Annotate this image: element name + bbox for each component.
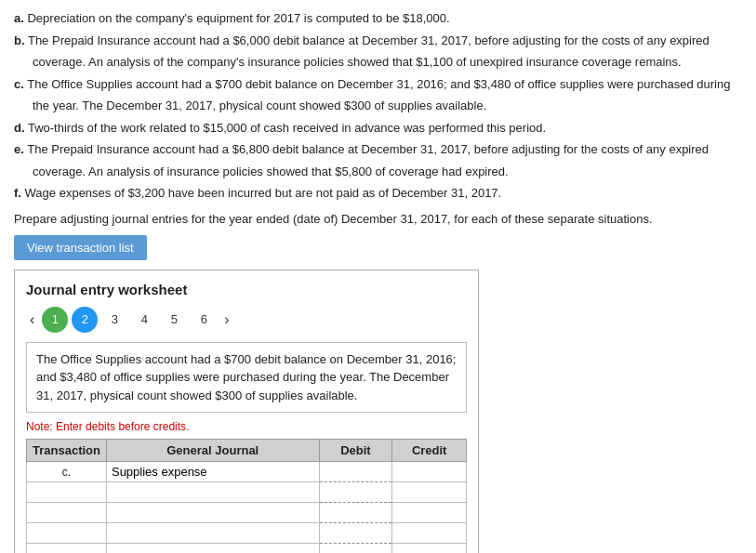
transaction-cell bbox=[27, 544, 107, 554]
tab-prev-arrow[interactable]: ‹ bbox=[26, 309, 38, 330]
problem-f-text: Wage expenses of $3,200 have been incurr… bbox=[25, 186, 502, 200]
journal-input[interactable] bbox=[112, 546, 314, 553]
table-row bbox=[27, 482, 467, 503]
credit-input[interactable] bbox=[397, 465, 461, 479]
journal-cell[interactable] bbox=[106, 462, 319, 482]
worksheet-title: Journal entry worksheet bbox=[26, 282, 467, 297]
debit-input[interactable] bbox=[325, 485, 388, 499]
description-text: The Office Supplies account had a $700 d… bbox=[36, 352, 456, 402]
problem-d-label: d. bbox=[14, 121, 25, 135]
note-text: Note: Enter debits before credits. bbox=[26, 420, 467, 433]
transaction-cell bbox=[27, 523, 107, 544]
table-row bbox=[27, 523, 467, 544]
problem-a-label: a. bbox=[14, 11, 24, 25]
tab-1[interactable]: 1 bbox=[42, 307, 68, 333]
problem-e-text: The Prepaid Insurance account had a $6,8… bbox=[27, 142, 709, 156]
credit-cell[interactable] bbox=[392, 544, 467, 554]
transaction-cell: c. bbox=[27, 462, 107, 482]
problem-c-text: The Office Supplies account had a $700 d… bbox=[27, 77, 730, 91]
credit-cell[interactable] bbox=[392, 503, 467, 523]
debit-cell[interactable] bbox=[319, 523, 392, 544]
journal-input[interactable] bbox=[112, 506, 314, 520]
problem-d-text: Two-thirds of the work related to $15,00… bbox=[28, 121, 546, 135]
tab-next-arrow[interactable]: › bbox=[220, 309, 232, 330]
debit-input[interactable] bbox=[325, 526, 388, 540]
prepare-text: Prepare adjusting journal entries for th… bbox=[14, 212, 742, 226]
credit-cell[interactable] bbox=[392, 462, 467, 482]
tab-2[interactable]: 2 bbox=[72, 307, 98, 333]
tab-navigation: ‹ 1 2 3 4 5 6 › bbox=[26, 307, 467, 333]
problem-e-label: e. bbox=[14, 142, 24, 156]
credit-input[interactable] bbox=[397, 526, 461, 540]
worksheet-description: The Office Supplies account had a $700 d… bbox=[26, 342, 467, 414]
debit-cell[interactable] bbox=[319, 482, 392, 503]
debit-input[interactable] bbox=[325, 506, 388, 520]
problem-f-label: f. bbox=[14, 186, 21, 200]
debit-input[interactable] bbox=[325, 546, 388, 553]
problem-b-text: The Prepaid Insurance account had a $6,0… bbox=[28, 33, 710, 47]
journal-input[interactable] bbox=[112, 465, 314, 479]
problem-list: a. Depreciation on the company's equipme… bbox=[14, 9, 742, 203]
credit-cell[interactable] bbox=[392, 523, 467, 544]
transaction-cell bbox=[27, 503, 107, 523]
tab-4[interactable]: 4 bbox=[131, 307, 157, 333]
col-header-credit: Credit bbox=[392, 440, 467, 462]
journal-input[interactable] bbox=[112, 526, 314, 540]
debit-input[interactable] bbox=[325, 465, 388, 479]
journal-input[interactable] bbox=[112, 485, 314, 499]
col-header-general-journal: General Journal bbox=[106, 440, 319, 462]
table-row: c. bbox=[27, 462, 467, 482]
problem-b-text2: coverage. An analysis of the company's i… bbox=[33, 55, 682, 69]
tab-3[interactable]: 3 bbox=[101, 307, 127, 333]
problem-a-text: Depreciation on the company's equipment … bbox=[27, 11, 449, 25]
problem-b-label: b. bbox=[14, 33, 25, 47]
table-row bbox=[27, 503, 467, 523]
table-row bbox=[27, 544, 467, 554]
journal-cell[interactable] bbox=[106, 544, 319, 554]
col-header-transaction: Transaction bbox=[27, 440, 107, 462]
tab-5[interactable]: 5 bbox=[161, 307, 187, 333]
problem-e-text2: coverage. An analysis of insurance polic… bbox=[33, 165, 509, 178]
problem-c-text2: the year. The December 31, 2017, physica… bbox=[33, 99, 486, 112]
journal-cell[interactable] bbox=[106, 523, 319, 544]
journal-entry-worksheet: Journal entry worksheet ‹ 1 2 3 4 5 6 › … bbox=[14, 270, 479, 554]
journal-cell[interactable] bbox=[106, 503, 319, 523]
journal-cell[interactable] bbox=[106, 482, 319, 503]
credit-input[interactable] bbox=[397, 506, 461, 520]
problem-c-label: c. bbox=[14, 77, 24, 91]
view-transaction-list-button[interactable]: View transaction list bbox=[14, 235, 147, 260]
credit-input[interactable] bbox=[397, 485, 461, 499]
debit-cell[interactable] bbox=[319, 462, 392, 482]
col-header-debit: Debit bbox=[319, 440, 392, 462]
debit-cell[interactable] bbox=[319, 544, 392, 554]
journal-table: Transaction General Journal Debit Credit… bbox=[26, 439, 467, 553]
credit-cell[interactable] bbox=[392, 482, 467, 503]
tab-6[interactable]: 6 bbox=[191, 307, 217, 333]
debit-cell[interactable] bbox=[319, 503, 392, 523]
transaction-cell bbox=[27, 482, 107, 503]
credit-input[interactable] bbox=[397, 546, 461, 553]
